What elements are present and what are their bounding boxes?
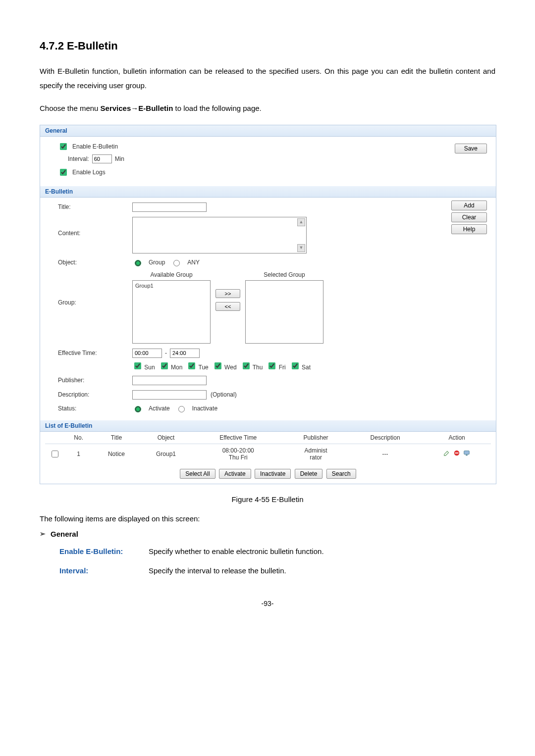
bulletin-table: No. Title Object Effective Time Publishe…	[45, 432, 491, 464]
col-description: Description	[348, 432, 423, 444]
description-label: Description:	[58, 391, 132, 398]
content-label: Content:	[58, 217, 132, 237]
day-wed-checkbox[interactable]	[214, 362, 221, 369]
enable-logs-label: Enable Logs	[72, 169, 106, 176]
status-inactivate-radio[interactable]	[178, 406, 185, 412]
menu-prefix: Choose the menu	[40, 104, 101, 112]
view-icon[interactable]	[463, 450, 470, 456]
svg-rect-1	[455, 453, 459, 454]
day-wed-label: Wed	[224, 364, 236, 371]
day-sun-label: Sun	[144, 364, 155, 371]
activate-button[interactable]: Activate	[219, 469, 251, 479]
def-enable-row: Enable E-Bulletin: Specify whether to en…	[59, 547, 495, 555]
day-fri-checkbox[interactable]	[268, 362, 275, 369]
svg-rect-3	[466, 455, 468, 456]
status-label: Status:	[58, 405, 132, 412]
row-object: Group1	[140, 444, 193, 464]
object-any-text: ANY	[187, 259, 200, 266]
clear-button[interactable]: Clear	[451, 212, 487, 222]
day-tue-label: Tue	[199, 364, 209, 371]
col-title: Title	[93, 432, 139, 444]
row-title: Notice	[93, 444, 139, 464]
object-any-radio[interactable]	[173, 260, 180, 266]
menu-part1: Services	[101, 104, 131, 112]
inactivate-button[interactable]: Inactivate	[255, 469, 291, 479]
status-activate-radio[interactable]	[135, 406, 141, 412]
svg-rect-2	[464, 451, 470, 454]
time-to-input[interactable]	[170, 349, 200, 358]
available-group-item[interactable]: Group1	[134, 282, 209, 289]
def-interval-text: Specify the interval to release the bull…	[149, 566, 286, 575]
status-activate-text: Activate	[149, 405, 170, 412]
selected-group-list[interactable]	[245, 280, 323, 344]
day-thu-label: Thu	[253, 364, 263, 371]
description-line: The following items are displayed on thi…	[40, 514, 495, 523]
move-left-button[interactable]: <<	[215, 302, 240, 311]
search-button[interactable]: Search	[326, 469, 356, 479]
content-textarea[interactable]: ▲ ▼	[132, 217, 307, 253]
section-header-ebulletin: E-Bulletin	[40, 186, 496, 198]
def-interval-row: Interval: Specify the interval to releas…	[59, 566, 495, 575]
edit-icon[interactable]	[443, 450, 450, 456]
bullet-general: ➢ General	[40, 530, 495, 538]
intro-paragraph: With E-Bulletin function, bulletin infor…	[40, 64, 495, 93]
move-right-button[interactable]: >>	[215, 289, 240, 298]
interval-unit: Min	[115, 155, 124, 162]
row-eff-line1: 08:00-20:00	[194, 447, 282, 454]
col-no: No.	[64, 432, 93, 444]
row-select-checkbox[interactable]	[52, 451, 58, 457]
publisher-label: Publisher:	[58, 377, 132, 384]
select-all-button[interactable]: Select All	[180, 469, 215, 479]
enable-ebulletin-label: Enable E-Bulletin	[72, 143, 118, 150]
publisher-input[interactable]	[132, 376, 207, 385]
menu-suffix: to load the following page.	[173, 104, 261, 112]
row-pub-line1: Administ	[286, 447, 346, 454]
help-button[interactable]: Help	[451, 224, 487, 234]
description-input[interactable]	[132, 390, 207, 400]
row-description: ---	[348, 444, 423, 464]
day-sat-checkbox[interactable]	[292, 362, 299, 369]
list-section-body: No. Title Object Effective Time Publishe…	[40, 432, 496, 484]
title-input[interactable]	[132, 202, 207, 212]
enable-ebulletin-checkbox[interactable]	[60, 143, 67, 150]
day-sat-label: Sat	[302, 364, 311, 371]
object-label: Object:	[58, 259, 132, 266]
ebulletin-panel: General Save Enable E-Bulletin Interval:…	[40, 125, 496, 484]
delete-button[interactable]: Delete	[295, 469, 323, 479]
table-row: 1 Notice Group1 08:00-20:00 Thu Fri Admi…	[45, 444, 491, 464]
bullet-arrow-icon: ➢	[40, 530, 46, 538]
interval-input[interactable]	[92, 154, 112, 163]
row-publisher: Administ rator	[284, 444, 348, 464]
available-group-list[interactable]: Group1	[132, 280, 211, 344]
page-heading: 4.7.2 E-Bulletin	[40, 40, 495, 52]
enable-logs-checkbox[interactable]	[60, 169, 67, 176]
delete-icon[interactable]	[453, 450, 460, 456]
row-no: 1	[64, 444, 93, 464]
interval-label: Interval:	[68, 155, 89, 162]
col-action: Action	[423, 432, 491, 444]
row-pub-line2: rator	[286, 454, 346, 461]
def-enable-text: Specify whether to enable electronic bul…	[149, 547, 324, 555]
menu-part2: E-Bulletin	[138, 104, 173, 112]
effective-time-label: Effective Time:	[58, 350, 132, 356]
object-group-text: Group	[149, 259, 165, 266]
time-from-input[interactable]	[132, 349, 162, 358]
general-section-body: Save Enable E-Bulletin Interval: Min Ena…	[40, 137, 496, 186]
save-button[interactable]: Save	[455, 144, 487, 153]
scroll-up-icon[interactable]: ▲	[297, 218, 305, 226]
bullet-general-text: General	[51, 530, 78, 538]
day-mon-checkbox[interactable]	[161, 362, 168, 369]
day-tue-checkbox[interactable]	[188, 362, 195, 369]
ebulletin-section-body: Add Clear Help Title: Content: ▲ ▼ Objec…	[40, 198, 496, 420]
object-group-radio[interactable]	[135, 260, 141, 266]
table-buttons-row: Select All Activate Inactivate Delete Se…	[45, 464, 491, 484]
add-button[interactable]: Add	[451, 201, 487, 210]
day-thu-checkbox[interactable]	[243, 362, 250, 369]
col-publisher: Publisher	[284, 432, 348, 444]
def-interval-term: Interval:	[59, 566, 149, 575]
figure-caption: Figure 4-55 E-Bulletin	[40, 495, 495, 504]
scroll-down-icon[interactable]: ▼	[297, 244, 305, 252]
day-sun-checkbox[interactable]	[134, 362, 141, 369]
title-label: Title:	[58, 203, 132, 210]
status-inactivate-text: Inactivate	[192, 405, 217, 412]
